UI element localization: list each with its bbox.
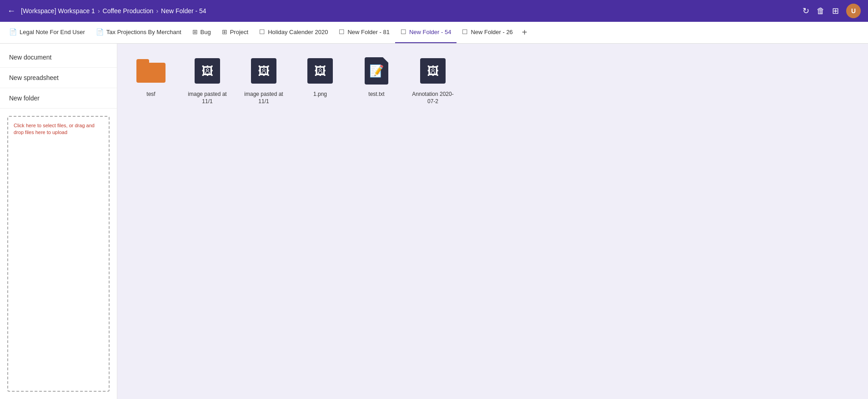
file-label: image pasted at 11/1 xyxy=(185,91,230,105)
sidebar-item-label: New folder xyxy=(9,95,40,102)
breadcrumb-sep-1: › xyxy=(98,7,100,15)
tab-legal-note[interactable]: 📄Legal Note For End User xyxy=(4,22,90,44)
sidebar: New documentNew spreadsheetNew folder Cl… xyxy=(0,44,117,399)
tab-folder-icon: ☐ xyxy=(401,28,406,35)
tab-grid-icon: ⊞ xyxy=(192,28,198,35)
tab-holiday[interactable]: ☐Holiday Calender 2020 xyxy=(254,22,333,44)
breadcrumb-sep-2: › xyxy=(156,7,158,15)
trash-button[interactable]: 🗑 xyxy=(817,6,825,16)
tab-label: New Folder - 81 xyxy=(347,29,389,35)
tab-label: Holiday Calender 2020 xyxy=(268,29,328,35)
image-icon: 🖼 xyxy=(304,55,336,87)
avatar[interactable]: U xyxy=(846,4,861,18)
refresh-button[interactable]: ↻ xyxy=(803,6,809,16)
tab-folder-icon: ☐ xyxy=(339,28,345,35)
tab-label: Bug xyxy=(201,29,211,35)
tab-label: Project xyxy=(230,29,248,35)
trash-icon: 🗑 xyxy=(817,6,825,16)
file-label: 1.png xyxy=(313,91,327,98)
tab-label: Tax Projections By Merchant xyxy=(106,29,181,35)
tab-label: New Folder - 54 xyxy=(409,29,451,35)
image-icon: 🖼 xyxy=(191,55,224,87)
upload-area[interactable]: Click here to select files, or drag and … xyxy=(7,116,110,392)
text-icon: 📝 xyxy=(360,55,393,87)
sidebar-item-new-spreadsheet[interactable]: New spreadsheet xyxy=(0,68,117,88)
tab-folder-icon: ☐ xyxy=(259,28,265,35)
sidebar-item-label: New document xyxy=(9,54,51,61)
tab-label: New Folder - 26 xyxy=(471,29,512,35)
grid-icon: ⊞ xyxy=(832,6,839,16)
file-label: test.txt xyxy=(368,91,384,98)
main-content: New documentNew spreadsheetNew folder Cl… xyxy=(0,44,868,399)
tabs-bar: 📄Legal Note For End User📄Tax Projections… xyxy=(0,22,868,44)
breadcrumb-workspace[interactable]: [Workspace] Workspace 1 xyxy=(21,7,95,15)
file-item-image-pasted-2[interactable]: 🖼image pasted at 11/1 xyxy=(241,55,286,105)
breadcrumb-coffee[interactable]: Coffee Production xyxy=(103,7,154,15)
files-area: tesf🖼image pasted at 11/1🖼image pasted a… xyxy=(117,44,868,399)
tab-bug[interactable]: ⊞Bug xyxy=(187,22,216,44)
tab-folder-icon: ☐ xyxy=(462,28,468,35)
tab-label: Legal Note For End User xyxy=(20,29,85,35)
sidebar-item-new-document[interactable]: New document xyxy=(0,47,117,68)
add-tab-button[interactable]: + xyxy=(518,27,531,38)
image-icon: 🖼 xyxy=(247,55,280,87)
tab-new-folder-26[interactable]: ☐New Folder - 26 xyxy=(457,22,518,44)
folder-icon xyxy=(135,55,167,87)
file-item-image-pasted-1[interactable]: 🖼image pasted at 11/1 xyxy=(185,55,230,105)
back-button[interactable]: ← xyxy=(7,6,15,16)
tab-new-folder-81[interactable]: ☐New Folder - 81 xyxy=(333,22,395,44)
tab-project[interactable]: ⊞Project xyxy=(216,22,254,44)
sidebar-item-label: New spreadsheet xyxy=(9,74,59,81)
tab-new-folder-54[interactable]: ☐New Folder - 54 xyxy=(395,22,457,44)
grid-button[interactable]: ⊞ xyxy=(832,6,839,16)
breadcrumb-folder[interactable]: New Folder - 54 xyxy=(161,7,206,15)
top-bar-actions: ↻ 🗑 ⊞ U xyxy=(803,4,861,18)
file-item-tesf[interactable]: tesf xyxy=(128,55,174,105)
tab-grid-icon: ⊞ xyxy=(222,28,227,35)
refresh-icon: ↻ xyxy=(803,6,809,16)
file-label: image pasted at 11/1 xyxy=(241,91,286,105)
breadcrumb: [Workspace] Workspace 1 › Coffee Product… xyxy=(21,7,799,15)
upload-area-text: Click here to select files, or drag and … xyxy=(14,122,103,136)
tab-tax-proj[interactable]: 📄Tax Projections By Merchant xyxy=(90,22,187,44)
file-item-1png[interactable]: 🖼1.png xyxy=(297,55,343,105)
file-item-test-txt[interactable]: 📝test.txt xyxy=(354,55,399,105)
tab-doc-icon: 📄 xyxy=(9,28,17,35)
top-bar: ← [Workspace] Workspace 1 › Coffee Produ… xyxy=(0,0,868,22)
file-label: tesf xyxy=(146,91,155,98)
file-label: Annotation 2020-07-2 xyxy=(410,91,456,105)
tab-doc-icon: 📄 xyxy=(96,28,104,35)
image-icon: 🖼 xyxy=(416,55,449,87)
file-item-annotation[interactable]: 🖼Annotation 2020-07-2 xyxy=(410,55,456,105)
sidebar-item-new-folder[interactable]: New folder xyxy=(0,88,117,109)
